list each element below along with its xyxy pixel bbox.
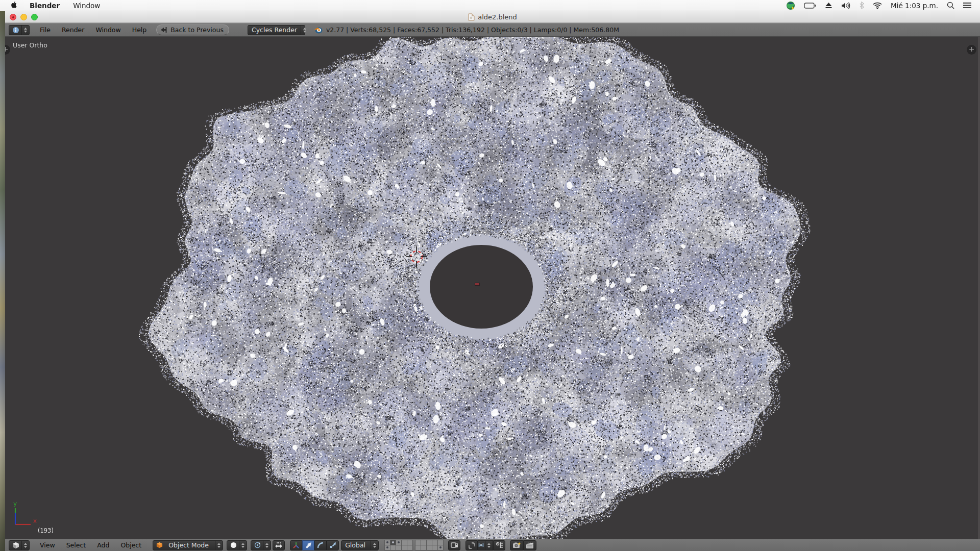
grid-snap-icon bbox=[496, 542, 503, 549]
absolute-grid-snap-button[interactable] bbox=[493, 540, 505, 550]
apple-icon bbox=[11, 2, 18, 10]
close-button[interactable] bbox=[10, 14, 16, 20]
apple-menu[interactable] bbox=[11, 2, 18, 10]
svg-text:x: x bbox=[33, 517, 37, 524]
bluetooth-icon[interactable] bbox=[860, 2, 864, 9]
clapperboard-icon bbox=[526, 542, 534, 549]
blender-logo-icon bbox=[314, 26, 323, 34]
pivot-icon bbox=[251, 542, 263, 548]
lock-icon bbox=[451, 542, 458, 549]
zoom-button[interactable] bbox=[31, 14, 38, 20]
object-mode-cube-icon bbox=[153, 542, 165, 548]
properties-expand-icon[interactable]: + bbox=[967, 45, 976, 55]
blender-window: alde2.blend File Render Window Help Back… bbox=[5, 11, 980, 551]
cursor-3d-icon bbox=[400, 240, 433, 273]
layer-group[interactable] bbox=[385, 540, 413, 550]
shading-sphere-icon bbox=[227, 542, 239, 548]
wifi-icon[interactable] bbox=[873, 2, 882, 9]
rotate-manipulator-button[interactable] bbox=[314, 540, 327, 550]
search-icon[interactable] bbox=[947, 2, 954, 9]
menu-help[interactable]: Help bbox=[127, 26, 153, 34]
orientation-stepper[interactable] bbox=[371, 541, 378, 550]
viewport-shading-dropdown[interactable] bbox=[227, 540, 247, 550]
manipulator-axes-button[interactable] bbox=[290, 540, 302, 550]
layer-cell[interactable] bbox=[437, 545, 444, 550]
desktop-wallpaper-strip bbox=[0, 11, 5, 551]
list-icon[interactable] bbox=[963, 2, 972, 9]
menubar-clock[interactable]: Mié 1:03 p.m. bbox=[891, 2, 938, 10]
shading-stepper[interactable] bbox=[239, 541, 247, 550]
menu-view[interactable]: View bbox=[34, 541, 61, 549]
editor-type-selector-info[interactable] bbox=[9, 25, 30, 35]
mode-dropdown[interactable]: Object Mode bbox=[153, 540, 223, 550]
editor-type-stepper[interactable] bbox=[21, 26, 29, 35]
pivot-point-dropdown[interactable] bbox=[251, 540, 271, 550]
cube-editor-icon bbox=[9, 542, 21, 549]
macos-menubar: Blender Window Mié 1:03 p.m. bbox=[0, 0, 980, 11]
rotate-arc-icon bbox=[317, 542, 324, 549]
back-arrow-icon bbox=[160, 27, 168, 33]
transform-orientation-dropdown[interactable]: Global bbox=[341, 540, 379, 550]
menubar-window-menu[interactable]: Window bbox=[73, 2, 100, 10]
svg-text:y: y bbox=[13, 500, 17, 507]
layer-cell[interactable] bbox=[407, 545, 413, 550]
region-edge bbox=[978, 37, 980, 539]
scene-lock-button[interactable] bbox=[448, 540, 460, 550]
info-header: File Render Window Help Back to Previous… bbox=[5, 23, 980, 37]
layers-widget[interactable] bbox=[385, 540, 444, 550]
editor-type-stepper-bottom[interactable] bbox=[21, 541, 29, 550]
manipulator-toggle-button[interactable] bbox=[273, 540, 285, 550]
camera-render-icon bbox=[512, 542, 521, 549]
snap-toggle-button[interactable] bbox=[465, 540, 478, 550]
frame-number-label: (193) bbox=[38, 527, 54, 534]
scale-arrow-icon bbox=[329, 542, 336, 549]
battery-icon bbox=[804, 3, 816, 9]
window-title: alde2.blend bbox=[478, 13, 517, 21]
globe-icon[interactable] bbox=[786, 1, 795, 10]
menu-add[interactable]: Add bbox=[91, 541, 115, 549]
axes-tripod-icon bbox=[292, 542, 300, 549]
menubar-app-name[interactable]: Blender bbox=[30, 2, 60, 10]
magnet-icon bbox=[469, 542, 475, 549]
minimize-button[interactable] bbox=[20, 14, 27, 20]
menu-window[interactable]: Window bbox=[90, 26, 126, 34]
editor-type-selector-3dview[interactable] bbox=[9, 540, 30, 550]
viewport-header: View Select Add Object Object Mode bbox=[5, 539, 980, 551]
viewport-3d: User Ortho + + x y (193) bbox=[5, 37, 980, 539]
eject-icon[interactable] bbox=[825, 2, 832, 9]
back-to-previous-button[interactable]: Back to Previous bbox=[156, 24, 229, 35]
snap-stepper[interactable] bbox=[485, 541, 493, 550]
stats-text: v2.77 | Verts:68,525 | Faces:67,552 | Tr… bbox=[326, 26, 619, 34]
pivot-stepper[interactable] bbox=[263, 541, 271, 550]
menu-object[interactable]: Object bbox=[115, 541, 147, 549]
menu-select[interactable]: Select bbox=[61, 541, 92, 549]
info-icon bbox=[9, 27, 21, 34]
view-name-label: User Ortho bbox=[13, 41, 47, 49]
document-icon bbox=[468, 13, 475, 21]
layer-group[interactable] bbox=[415, 540, 444, 550]
opengl-render-image-button[interactable] bbox=[510, 540, 523, 550]
translate-manipulator-button[interactable] bbox=[302, 540, 314, 550]
opengl-render-animation-button[interactable] bbox=[523, 540, 536, 550]
snap-increment-icon bbox=[478, 542, 484, 548]
engine-stepper[interactable] bbox=[301, 26, 308, 35]
menu-file[interactable]: File bbox=[34, 26, 56, 34]
mode-stepper[interactable] bbox=[215, 541, 223, 550]
snap-element-dropdown[interactable] bbox=[478, 540, 493, 550]
render-engine-dropdown[interactable]: Cycles Render bbox=[248, 25, 305, 35]
volume-icon[interactable] bbox=[841, 2, 851, 9]
scale-manipulator-button[interactable] bbox=[327, 540, 339, 550]
window-titlebar[interactable]: alde2.blend bbox=[5, 11, 980, 23]
manipulator-arrows-icon bbox=[275, 542, 283, 549]
menu-render[interactable]: Render bbox=[56, 26, 90, 34]
translate-arrow-icon bbox=[305, 542, 312, 549]
viewport-canvas[interactable] bbox=[5, 37, 980, 539]
object-origin-marker[interactable] bbox=[475, 283, 479, 285]
scene-statistics: v2.77 | Verts:68,525 | Faces:67,552 | Tr… bbox=[314, 26, 619, 34]
